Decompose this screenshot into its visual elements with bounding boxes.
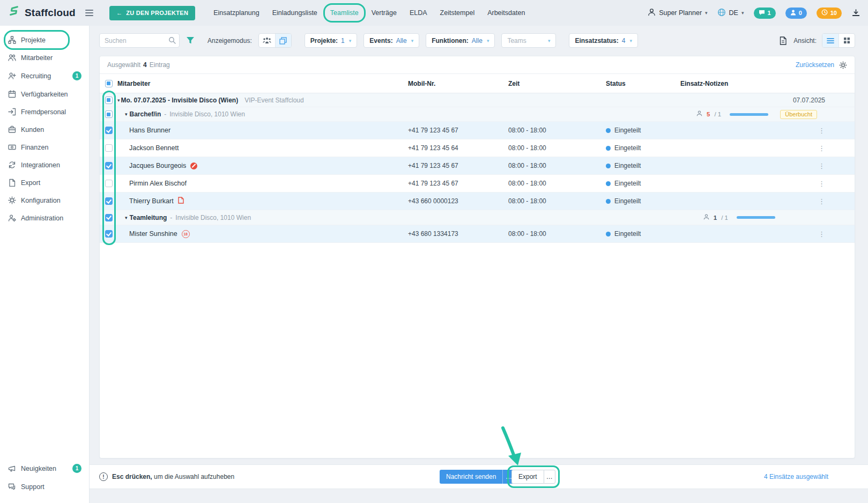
collapse-triangle-icon[interactable]: ▾: [125, 215, 128, 220]
tab-elda[interactable]: ELDA: [410, 8, 427, 18]
select-all-checkbox[interactable]: [105, 80, 113, 87]
table-row[interactable]: Jacques Bourgeois +41 79 123 45 67 08:00…: [100, 157, 855, 175]
row-checkbox[interactable]: [105, 180, 113, 187]
footer-action-bar: ! Esc drücken, um die Auswahl aufzuheben…: [90, 464, 868, 489]
sidebar-item-konfiguration[interactable]: Konfiguration: [0, 191, 89, 209]
sidebar-item-label: Fremdpersonal: [21, 108, 66, 116]
row-menu-icon[interactable]: ⋮: [818, 197, 855, 205]
sidebar-item-finanzen[interactable]: Finanzen: [0, 138, 89, 156]
selected-einsaetze-link[interactable]: 4 Einsätze ausgewählt: [764, 473, 828, 480]
group-capacity: 5 / 1 Überbucht: [696, 110, 855, 119]
esc-hint-text: um die Auswahl aufzuheben: [154, 473, 234, 480]
group-separator: -: [170, 214, 172, 221]
collapse-triangle-icon[interactable]: ▾: [117, 98, 120, 103]
status-label: Eingeteilt: [614, 180, 641, 187]
event-group-row[interactable]: ▾ Mo. 07.07.2025 - Invisible Disco (Wien…: [100, 93, 855, 107]
column-zeit: Zeit: [508, 80, 606, 87]
member-time: 08:00 - 18:00: [508, 162, 606, 169]
group-checkbox[interactable]: [105, 214, 113, 221]
row-menu-icon[interactable]: ⋮: [818, 144, 855, 152]
collapse-triangle-icon[interactable]: ▾: [125, 112, 128, 117]
group-checkbox[interactable]: [105, 110, 113, 118]
row-checkbox[interactable]: [105, 230, 113, 238]
clock-icon: [821, 9, 828, 17]
sidebar-item-projekte[interactable]: Projekte: [0, 31, 89, 49]
person-outline-icon: [696, 110, 702, 118]
row-menu-icon[interactable]: ⋮: [818, 180, 855, 188]
brand[interactable]: Staffcloud: [8, 5, 76, 20]
chevron-down-icon: ▾: [411, 38, 414, 43]
sidebar-item-kunden[interactable]: Kunden: [0, 121, 89, 138]
back-to-projects-button[interactable]: ← ZU DEN PROJEKTEN: [109, 6, 195, 20]
sidebar-item-recruiting[interactable]: Recruiting 1: [0, 66, 89, 85]
tab-teamliste-label: Teamliste: [330, 9, 359, 17]
row-menu-icon[interactable]: ⋮: [818, 162, 855, 170]
table-row[interactable]: Pirmin Alex Bischof +41 79 123 45 67 08:…: [100, 175, 855, 193]
sidebar-item-support[interactable]: Support: [0, 478, 89, 495]
chevron-down-icon: ▾: [548, 38, 551, 43]
filter-funktionen-dropdown[interactable]: Funktionen: Alle ▾: [426, 33, 495, 48]
app-window: Staffcloud ← ZU DEN PROJEKTEN Einsatzpla…: [0, 0, 868, 503]
sidebar-item-export[interactable]: Export: [0, 174, 89, 191]
row-checkbox[interactable]: [105, 162, 113, 169]
table-row[interactable]: Thierry Burkart +43 660 0000123 08:00 - …: [100, 193, 855, 210]
chat-badge[interactable]: 1: [754, 8, 776, 19]
row-menu-icon[interactable]: ⋮: [818, 127, 855, 135]
tab-einsatzplanung[interactable]: Einsatzplanung: [213, 8, 259, 18]
sidebar-item-administration[interactable]: Administration: [0, 209, 89, 227]
event-title: Mo. 07.07.2025 - Invisible Disco (Wien): [121, 97, 239, 104]
export-more-button[interactable]: …: [544, 470, 555, 484]
table-row[interactable]: Mister Sunshine 18 +43 680 1334173 08:00…: [100, 225, 855, 243]
sidebar-item-mitarbeiter[interactable]: Mitarbeiter: [0, 49, 89, 66]
export-button[interactable]: Export: [511, 470, 544, 484]
tab-vertraege[interactable]: Verträge: [372, 8, 397, 18]
tab-arbeitsdaten[interactable]: Arbeitsdaten: [487, 8, 525, 18]
sidebar-item-integrationen[interactable]: Integrationen: [0, 156, 89, 174]
sidebar-item-verfuegbarkeiten[interactable]: Verfügbarkeiten: [0, 85, 89, 103]
grid-view-toggle[interactable]: [839, 34, 855, 47]
event-checkbox[interactable]: [105, 97, 113, 104]
clock-badge[interactable]: 10: [817, 8, 842, 19]
row-checkbox[interactable]: [105, 197, 113, 205]
staffcloud-logo-icon: [8, 5, 20, 20]
teamliste-card: Ausgewählt 4 Eintrag Zurücksetzen Mitarb…: [99, 56, 855, 458]
table-row[interactable]: Hans Brunner +41 79 123 45 67 08:00 - 18…: [100, 122, 855, 139]
status-label: Eingeteilt: [614, 144, 641, 152]
filter-value: 4: [622, 37, 626, 45]
list-view-toggle[interactable]: [822, 34, 839, 47]
filter-teams-dropdown[interactable]: Teams ▾: [501, 33, 556, 48]
row-checkbox[interactable]: [105, 127, 113, 134]
blocked-icon: [190, 162, 197, 169]
filter-projekte-dropdown[interactable]: Projekte: 1 ▾: [305, 33, 358, 48]
selection-summary: Ausgewählt 4 Eintrag: [107, 61, 170, 69]
send-message-button[interactable]: Nachricht senden: [440, 470, 502, 484]
tab-einladungsliste[interactable]: Einladungsliste: [272, 8, 317, 18]
row-checkbox[interactable]: [105, 144, 113, 152]
sidebar-item-fremdpersonal[interactable]: Fremdpersonal: [0, 103, 89, 121]
user-menu[interactable]: Super Planner ▾: [648, 8, 707, 18]
sidebar-item-label: Neuigkeiten: [21, 465, 56, 472]
search-input[interactable]: [99, 33, 180, 48]
table-row[interactable]: Jackson Bennett +41 79 123 45 64 08:00 -…: [100, 139, 855, 157]
copy-view-toggle[interactable]: [275, 34, 291, 47]
person-badge[interactable]: 0: [785, 8, 807, 19]
download-icon[interactable]: [851, 9, 860, 17]
filter-events-dropdown[interactable]: Events: Alle ▾: [363, 33, 419, 48]
tab-teamliste[interactable]: Teamliste: [330, 8, 359, 18]
tab-zeitstempel[interactable]: Zeitstempel: [440, 8, 475, 18]
row-menu-icon[interactable]: ⋮: [818, 230, 855, 238]
function-group-row[interactable]: ▾ Barchef/in - Invisible Disco, 1010 Wie…: [100, 107, 855, 122]
table-settings-gear-icon[interactable]: [839, 61, 847, 69]
status-dot: [606, 232, 611, 236]
filter-funnel-icon[interactable]: [186, 36, 195, 45]
event-subtitle: VIP-Event Staffcloud: [244, 97, 304, 104]
reset-selection-link[interactable]: Zurücksetzen: [796, 61, 834, 69]
language-menu[interactable]: DE ▾: [717, 8, 744, 18]
filter-toolbar: Anzeigemodus: Projekte: 1 ▾ Events:: [90, 26, 868, 55]
group-view-toggle[interactable]: [259, 34, 275, 47]
hamburger-menu-icon[interactable]: [85, 10, 93, 16]
file-export-icon[interactable]: [779, 36, 787, 45]
sidebar-item-neuigkeiten[interactable]: Neuigkeiten 1: [0, 459, 89, 478]
function-group-row[interactable]: ▾ Teamleitung - Invisible Disco, 1010 Wi…: [100, 210, 855, 225]
filter-einsatzstatus-dropdown[interactable]: Einsatzstatus: 4 ▾: [569, 33, 638, 48]
